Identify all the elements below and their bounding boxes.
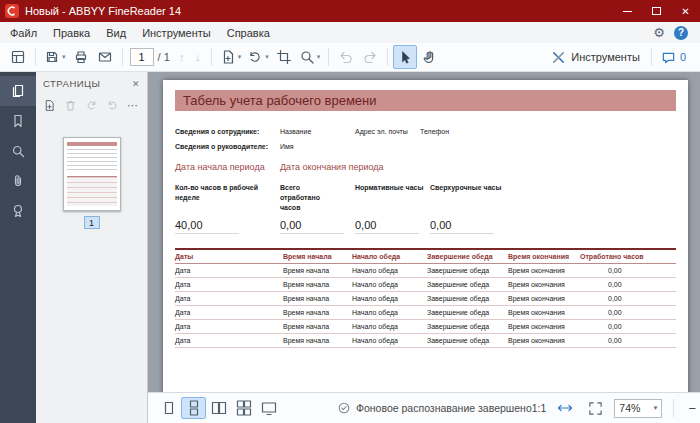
minimize-button[interactable]: [613, 0, 642, 22]
menu-edit[interactable]: Правка: [45, 24, 98, 42]
sidebar-item-attachments[interactable]: [0, 166, 36, 196]
next-page-button[interactable]: ↓: [190, 45, 206, 69]
menu-tools[interactable]: Инструменты: [134, 24, 219, 42]
redo-button[interactable]: [358, 45, 382, 69]
sidebar-item-pages[interactable]: [0, 76, 36, 106]
timesheet-cell: Дата: [175, 292, 283, 306]
undo-button[interactable]: [334, 45, 358, 69]
cursor-icon: [397, 49, 413, 65]
settings-gear-icon[interactable]: ⚙: [653, 26, 665, 39]
paperclip-icon: [10, 173, 26, 189]
summary-value: 0,00: [355, 219, 419, 234]
page-thumbnail-number[interactable]: 1: [84, 216, 100, 229]
toolbar-separator: [35, 48, 36, 66]
page-thumbnail[interactable]: [63, 137, 121, 211]
view-two-pages-button[interactable]: [206, 397, 231, 419]
timesheet-cell: Начало обеда: [352, 334, 427, 348]
maximize-button[interactable]: [642, 0, 671, 22]
document-page[interactable]: Табель учета рабочего времени Сведения о…: [163, 80, 688, 392]
statusbar-separator: [673, 399, 674, 417]
timesheet-body: Дата Время начала Начало обеда Завершени…: [175, 264, 676, 348]
toolbar-right: Инструменты 0: [545, 48, 694, 66]
add-pages-button[interactable]: ▾: [217, 45, 245, 69]
close-button[interactable]: ✕: [671, 0, 700, 22]
page-total-label: / 1: [158, 51, 170, 63]
employee-label: Сведения о сотруднике:: [175, 124, 280, 139]
view-scrolling-button[interactable]: [181, 397, 206, 419]
fit-page-button[interactable]: [583, 397, 608, 419]
tools-label: Инструменты: [571, 51, 640, 63]
left-sidebar: [0, 72, 36, 423]
timesheet-row: Дата Время начала Начало обеда Завершени…: [175, 334, 676, 348]
page-number-input[interactable]: 1: [130, 48, 154, 66]
rotate-button[interactable]: ▾: [244, 45, 272, 69]
timesheet-cell: Завершение обеда: [427, 306, 508, 320]
timesheet-cell: 0,00: [580, 320, 676, 334]
crop-button[interactable]: [272, 45, 296, 69]
sidebar-item-bookmarks[interactable]: [0, 106, 36, 136]
actual-size-button[interactable]: 1:1: [532, 402, 547, 414]
period-start-label: Дата начала периода: [175, 160, 280, 174]
timesheet-header-cell: Время начала: [283, 249, 352, 264]
summary-header: Нормативные часы: [355, 183, 430, 213]
email-button[interactable]: [93, 45, 117, 69]
comments-button[interactable]: 0: [657, 50, 694, 65]
chevron-down-icon: ▾: [238, 53, 242, 61]
main-window-button[interactable]: [6, 45, 30, 69]
expand-icon: [588, 401, 603, 416]
timesheet-cell: Время начала: [283, 292, 352, 306]
zoom-select[interactable]: 74% ▾: [614, 399, 662, 418]
signature-seal-icon: [10, 203, 26, 219]
timesheet-cell: Начало обеда: [352, 292, 427, 306]
timesheet-cell: Дата: [175, 320, 283, 334]
panel-rotate-right-button[interactable]: [106, 99, 119, 112]
save-button[interactable]: ▾: [41, 45, 69, 69]
timesheet-cell: Время начала: [283, 278, 352, 292]
timesheet-cell: Начало обеда: [352, 306, 427, 320]
panel-more-icon[interactable]: ⋯: [127, 100, 138, 111]
panel-add-page-button[interactable]: [43, 99, 56, 112]
loupe-button[interactable]: ▾: [296, 45, 324, 69]
menu-help[interactable]: Справка: [219, 24, 278, 42]
chevron-down-icon: ▾: [317, 53, 321, 61]
help-icon[interactable]: ?: [674, 26, 688, 40]
zoom-out-button[interactable]: −: [685, 401, 699, 416]
hand-tool-button[interactable]: [417, 45, 441, 69]
tools-icon: [551, 50, 566, 65]
view-two-page-scrolling-button[interactable]: [231, 397, 256, 419]
chevron-down-icon: ▾: [654, 404, 658, 412]
save-icon: [44, 49, 60, 65]
timesheet-cell: Завершение обеда: [427, 278, 508, 292]
monitor-icon: [261, 400, 277, 416]
timesheet-header-row: Даты Время начала Начало обеда Завершени…: [175, 249, 676, 264]
previous-page-button[interactable]: ↑: [174, 45, 190, 69]
print-button[interactable]: [69, 45, 93, 69]
window-title: Новый - ABBYY FineReader 14: [25, 5, 181, 17]
timesheet-row: Дата Время начала Начало обеда Завершени…: [175, 278, 676, 292]
period-section: Дата начала периода Дата окончания перио…: [175, 160, 676, 174]
two-page-scrolling-icon: [236, 400, 252, 416]
search-icon: [10, 143, 26, 159]
crop-icon: [276, 49, 292, 65]
menu-file[interactable]: Файл: [2, 24, 45, 42]
sidebar-item-signatures[interactable]: [0, 196, 36, 226]
pages-panel-close-icon[interactable]: ✕: [132, 79, 140, 89]
view-reading-mode-button[interactable]: [256, 397, 281, 419]
tools-button[interactable]: Инструменты: [545, 50, 646, 65]
status-text: Фоновое распознавание завершено: [356, 402, 532, 414]
select-tool-button[interactable]: [393, 45, 417, 69]
rotate-left-icon: [85, 99, 98, 112]
fit-width-button[interactable]: [552, 397, 577, 419]
timesheet-cell: 0,00: [580, 292, 676, 306]
view-single-page-button[interactable]: [156, 397, 181, 419]
period-end-label: Дата окончания периода: [280, 160, 676, 174]
timesheet-cell: Время окончания: [508, 292, 580, 306]
timesheet-cell: 0,00: [580, 334, 676, 348]
panel-rotate-left-button[interactable]: [85, 99, 98, 112]
timesheet-cell: Завершение обеда: [427, 292, 508, 306]
manager-label: Сведения о руководителе:: [175, 139, 280, 154]
sidebar-item-search[interactable]: [0, 136, 36, 166]
menu-view[interactable]: Вид: [98, 24, 134, 42]
document-area[interactable]: Табель учета рабочего времени Сведения о…: [148, 72, 700, 392]
panel-delete-button[interactable]: [64, 99, 77, 112]
